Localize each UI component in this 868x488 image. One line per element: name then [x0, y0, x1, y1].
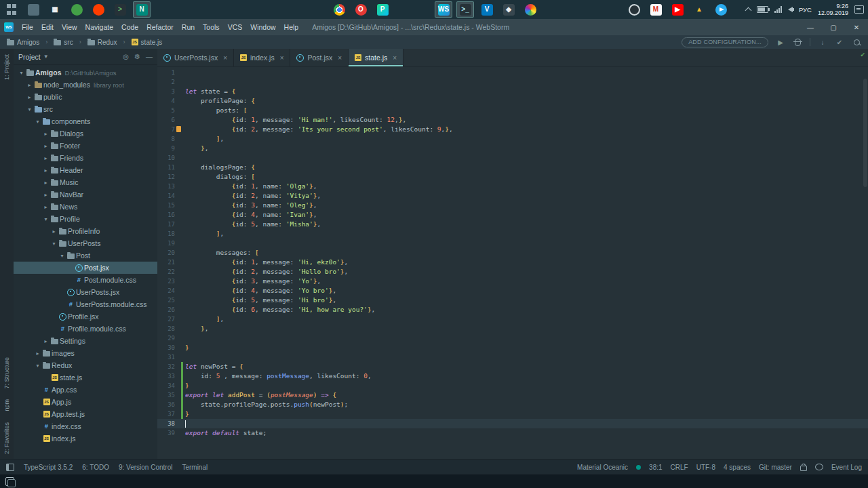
diamond-app-icon[interactable]: ◆: [500, 1, 517, 18]
code-line[interactable]: 11 dialogsPage: {: [157, 163, 868, 172]
code-line[interactable]: 38: [157, 419, 868, 428]
tray-expand-icon[interactable]: [745, 7, 751, 14]
terminal-toolwindow-button[interactable]: Terminal: [182, 464, 208, 471]
line-number[interactable]: 37: [157, 409, 175, 419]
tree-item-news[interactable]: ▸News: [14, 201, 157, 213]
code-line[interactable]: 15 {id: 3, name: 'Oleg'},: [157, 201, 868, 210]
rainbow-app-icon[interactable]: [521, 1, 539, 18]
code-line[interactable]: 5 posts: [: [157, 106, 868, 115]
round-app-icon[interactable]: [625, 1, 643, 18]
menu-file[interactable]: File: [18, 19, 37, 35]
line-number[interactable]: 14: [157, 191, 175, 201]
opera-icon[interactable]: O: [352, 1, 370, 18]
line-number[interactable]: 4: [157, 96, 175, 106]
start-icon[interactable]: [3, 1, 20, 18]
layers-app-icon[interactable]: [5, 477, 14, 486]
chevron-right-icon[interactable]: ▸: [42, 155, 50, 161]
code-line[interactable]: 9 },: [157, 144, 868, 153]
todo-toolwindow-button[interactable]: 6: TODO: [82, 464, 109, 471]
code-line[interactable]: 34}: [157, 381, 868, 390]
menu-refactor[interactable]: Refactor: [142, 19, 178, 35]
event-log-button[interactable]: Event Log: [831, 464, 862, 471]
webstorm-icon[interactable]: WS: [435, 1, 452, 18]
line-number[interactable]: 24: [157, 286, 175, 296]
tree-item-dialogs[interactable]: ▸Dialogs: [14, 127, 157, 140]
close-icon[interactable]: ×: [393, 54, 397, 62]
tree-item-index.js[interactable]: JSindex.js: [14, 432, 157, 445]
toolwindow-button-favorites[interactable]: 2: Favorites: [3, 422, 10, 454]
line-number[interactable]: 8: [157, 134, 175, 144]
line-number[interactable]: 13: [157, 182, 175, 191]
run-icon[interactable]: ▶: [776, 37, 785, 47]
code-line[interactable]: 28 },: [157, 324, 868, 333]
line-number[interactable]: 12: [157, 172, 175, 182]
line-number[interactable]: 18: [157, 229, 175, 239]
line-number[interactable]: 30: [157, 343, 175, 352]
chevron-down-icon[interactable]: ▾: [34, 363, 41, 369]
debug-icon[interactable]: [793, 37, 802, 47]
tree-item-profileinfo[interactable]: ▸ProfileInfo: [14, 225, 157, 237]
breadcrumb-item-src[interactable]: src: [54, 39, 73, 46]
inspections-ok-icon[interactable]: ✔: [860, 52, 865, 58]
tree-item-images[interactable]: ▸images: [14, 347, 157, 359]
chevron-down-icon[interactable]: ▾: [34, 119, 41, 125]
encoding-widget[interactable]: UTF-8: [696, 464, 715, 471]
chevron-right-icon[interactable]: ▸: [42, 192, 50, 198]
menu-vcs[interactable]: VCS: [224, 19, 247, 35]
git-update-icon[interactable]: ↓: [818, 37, 827, 47]
code-line[interactable]: 10: [157, 153, 868, 163]
code-line[interactable]: 21 {id: 1, message: 'Hi, ekz0o'},: [157, 258, 868, 267]
code-line[interactable]: 19: [157, 239, 868, 248]
indent-widget[interactable]: 4 spaces: [724, 464, 751, 471]
line-number[interactable]: 5: [157, 106, 175, 115]
code-line[interactable]: 17 {id: 5, name: 'Misha'},: [157, 220, 868, 229]
line-number[interactable]: 19: [157, 239, 175, 248]
chevron-right-icon[interactable]: ▸: [42, 338, 50, 344]
tree-item-profile.jsx[interactable]: Profile.jsx: [14, 310, 157, 323]
menu-window[interactable]: Window: [246, 19, 279, 35]
youtube-icon[interactable]: ▶: [669, 1, 686, 18]
git-branch-widget[interactable]: Git: master: [759, 464, 792, 471]
code-line[interactable]: 36 state.profilePage.posts.push(newPost)…: [157, 400, 868, 409]
close-icon[interactable]: ×: [280, 54, 284, 62]
language-indicator[interactable]: РУС: [799, 6, 812, 14]
code-line[interactable]: 32let newPost = {: [157, 362, 868, 371]
code-line[interactable]: 37}: [157, 409, 868, 419]
line-number[interactable]: 39: [157, 428, 175, 438]
tree-item-userposts.module.css[interactable]: #UserPosts.module.css: [14, 298, 157, 310]
menu-navigate[interactable]: Navigate: [81, 19, 117, 35]
tree-item-app.css[interactable]: #App.css: [14, 384, 157, 396]
code-line[interactable]: 25 {id: 5, message: 'Hi bro'},: [157, 296, 868, 305]
apps-grid-icon[interactable]: ▦: [46, 1, 64, 18]
tree-item-friends[interactable]: ▸Friends: [14, 152, 157, 164]
chevron-down-icon[interactable]: ▼: [43, 54, 49, 60]
code-area[interactable]: 123let state = {4 profilePage: {5 posts:…: [157, 66, 868, 460]
tree-item-src[interactable]: ▾src: [14, 103, 157, 115]
hide-panel-icon[interactable]: —: [146, 53, 153, 60]
line-number[interactable]: 11: [157, 163, 175, 172]
code-line[interactable]: 7 {id: 2, message: 'Its your second post…: [157, 125, 868, 134]
battery-icon[interactable]: [757, 6, 768, 13]
tree-item-profile.module.css[interactable]: #Profile.module.css: [14, 323, 157, 335]
code-line[interactable]: 13 {id: 1, name: 'Olga'},: [157, 182, 868, 191]
event-balloon-icon[interactable]: [815, 464, 823, 470]
accent-color-icon[interactable]: [636, 465, 641, 470]
code-line[interactable]: 23 {id: 3, message: 'Yo'},: [157, 277, 868, 286]
breadcrumb-item-amigos[interactable]: Amigos: [7, 39, 39, 46]
line-number[interactable]: 28: [157, 324, 175, 333]
breadcrumb-item-state.js[interactable]: JSstate.js: [132, 39, 163, 46]
line-number[interactable]: 32: [157, 362, 175, 371]
code-line[interactable]: 26 {id: 6, message: 'Hi, how are you?'},: [157, 305, 868, 314]
line-number[interactable]: 23: [157, 277, 175, 286]
chevron-right-icon[interactable]: ▸: [42, 204, 50, 210]
tree-item-header[interactable]: ▸Header: [14, 164, 157, 176]
project-view-selector[interactable]: Project: [18, 53, 41, 61]
chevron-right-icon[interactable]: ▸: [42, 143, 50, 149]
chevron-down-icon[interactable]: ▾: [58, 253, 66, 259]
chevron-right-icon[interactable]: ▸: [50, 228, 58, 235]
tab-post.jsx[interactable]: Post.jsx×: [290, 49, 349, 66]
menu-tools[interactable]: Tools: [199, 19, 224, 35]
messenger-app-icon[interactable]: [68, 1, 85, 18]
code-line[interactable]: 33 id: 5 , message: postMessage, likesCo…: [157, 371, 868, 381]
line-number[interactable]: 20: [157, 248, 175, 258]
